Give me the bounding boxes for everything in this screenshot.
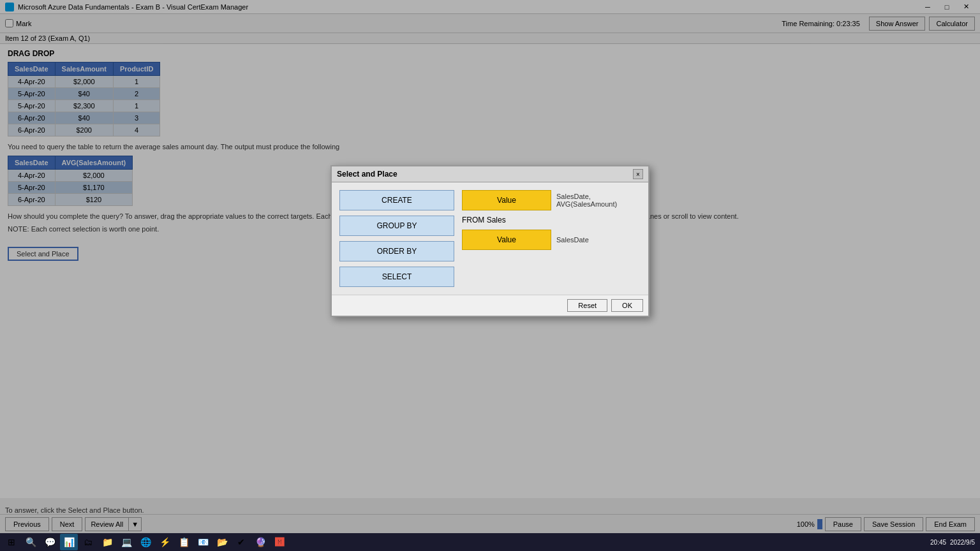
taskbar: ⊞ 🔍 💬 📊 🗂 📁 💻 🌐 ⚡ 📋 📧 📂 ✔ 🔮 🅼 20:45 2022…	[0, 533, 980, 551]
value-button-2[interactable]: Value	[462, 230, 551, 250]
taskbar-icon-6[interactable]: 🌐	[137, 534, 154, 550]
create-button[interactable]: CREATE	[339, 190, 454, 210]
modal-title-bar: Select and Place ×	[332, 166, 648, 182]
modal-footer: Reset OK	[332, 295, 648, 316]
modal-right-panel: Value SalesDate,AVG(SalesAmount) FROM Sa…	[454, 190, 641, 287]
value-button-1[interactable]: Value	[462, 190, 551, 210]
taskbar-icon-7[interactable]: ⚡	[156, 534, 174, 550]
taskbar-search[interactable]: 🔍	[22, 534, 40, 550]
taskbar-icon-10[interactable]: 📂	[213, 534, 231, 550]
modal-overlay: Select and Place × CREATE GROUP BY ORDER…	[0, 0, 980, 533]
taskbar-icon-4[interactable]: 📁	[98, 534, 116, 550]
modal-left-panel: CREATE GROUP BY ORDER BY SELECT	[339, 190, 454, 287]
taskbar-right-info: 20:45 2022/9/5	[930, 539, 977, 546]
taskbar-clock: 20:45	[930, 539, 946, 546]
group-by-button[interactable]: GROUP BY	[339, 216, 454, 236]
taskbar-icon-9[interactable]: 📧	[194, 534, 212, 550]
reset-button[interactable]: Reset	[567, 299, 607, 312]
from-row: FROM Sales	[462, 216, 641, 224]
modal-columns: CREATE GROUP BY ORDER BY SELECT Value Sa…	[339, 190, 641, 287]
value-row-1: Value SalesDate,AVG(SalesAmount)	[462, 190, 641, 210]
modal-body: CREATE GROUP BY ORDER BY SELECT Value Sa…	[332, 182, 648, 295]
taskbar-icon-8[interactable]: 📋	[175, 534, 193, 550]
taskbar-date: 2022/9/5	[950, 539, 975, 546]
taskbar-icon-5[interactable]: 💻	[117, 534, 135, 550]
order-by-button[interactable]: ORDER BY	[339, 241, 454, 261]
taskbar-icon-1[interactable]: 💬	[41, 534, 59, 550]
taskbar-icon-12[interactable]: 🔮	[251, 534, 269, 550]
modal-title: Select and Place	[337, 170, 397, 179]
taskbar-icon-13[interactable]: 🅼	[271, 534, 288, 550]
select-button[interactable]: SELECT	[339, 267, 454, 287]
taskbar-icon-11[interactable]: ✔	[232, 534, 250, 550]
select-place-modal: Select and Place × CREATE GROUP BY ORDER…	[330, 165, 650, 317]
taskbar-start[interactable]: ⊞	[3, 534, 20, 550]
from-text: FROM Sales	[462, 216, 506, 224]
taskbar-icon-3[interactable]: 🗂	[79, 534, 97, 550]
modal-close-button[interactable]: ×	[633, 169, 643, 179]
taskbar-icon-2[interactable]: 📊	[60, 534, 78, 550]
value-label-2: SalesDate	[556, 236, 589, 244]
value-label-1: SalesDate,AVG(SalesAmount)	[556, 193, 617, 208]
ok-button[interactable]: OK	[611, 299, 643, 312]
value-row-2: Value SalesDate	[462, 230, 641, 250]
